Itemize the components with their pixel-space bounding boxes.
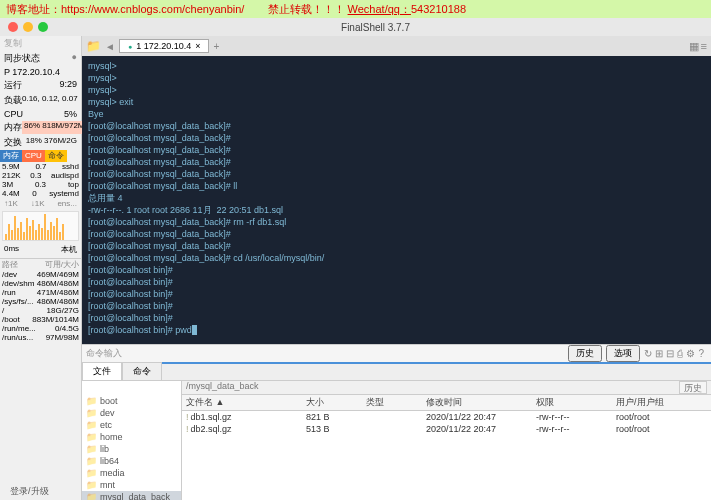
file-row[interactable]: !db1.sql.gz821 B2020/11/22 20:47-rw-r--r… — [182, 411, 711, 423]
panel-tabs: 文件 命令 — [82, 362, 711, 380]
terminal-line: [root@localhost mysql_data_back]# — [88, 168, 705, 180]
tree-item[interactable]: mysql_data_back — [82, 491, 181, 500]
tree-item[interactable]: dev — [82, 407, 181, 419]
toolbar-icons[interactable]: ↻⊞⊟⎙⚙? — [644, 348, 707, 359]
terminal-line: [root@localhost mysql_data_back]# — [88, 240, 705, 252]
fs-row: /dev469M/469M — [0, 270, 81, 279]
process-row: 5.9M0.7sshd — [0, 162, 81, 171]
history-button[interactable]: 历史 — [568, 345, 602, 362]
terminal-line: [root@localhost mysql_data_back]# rm -rf… — [88, 216, 705, 228]
terminal-line: [root@localhost mysql_data_back]# cd /us… — [88, 252, 705, 264]
fs-row: /18G/27G — [0, 306, 81, 315]
sync-status: 同步状态 — [4, 52, 40, 65]
path-bar[interactable]: /mysql_data_back 历史 — [182, 381, 711, 395]
window-title: FinalShell 3.7.7 — [48, 22, 703, 33]
terminal-line: [root@localhost bin]# — [88, 312, 705, 324]
back-icon[interactable]: ◄ — [105, 41, 115, 52]
fs-row: /run/me...0/4.5G — [0, 324, 81, 333]
maximize-icon[interactable] — [38, 22, 48, 32]
tree-item[interactable]: home — [82, 431, 181, 443]
terminal-line: mysql> — [88, 60, 705, 72]
terminal-line: -rw-r--r--. 1 root root 2686 11月 22 20:5… — [88, 204, 705, 216]
terminal-line: [root@localhost bin]# — [88, 300, 705, 312]
terminal-line: [root@localhost mysql_data_back]# — [88, 120, 705, 132]
window-controls[interactable] — [8, 22, 48, 32]
fs-row: /sys/fs/...486M/486M — [0, 297, 81, 306]
list-icon[interactable]: ≡ — [701, 40, 707, 53]
terminal-line: [root@localhost bin]# — [88, 276, 705, 288]
fs-row: /run/us...97M/98M — [0, 333, 81, 342]
tree-item[interactable]: mnt — [82, 479, 181, 491]
path-history-button[interactable]: 历史 — [679, 381, 707, 394]
terminal-line: [root@localhost mysql_data_back]# ll — [88, 180, 705, 192]
terminal-line: Bye — [88, 108, 705, 120]
terminal[interactable]: mysql>mysql>mysql>mysql> exitBye[root@lo… — [82, 56, 711, 344]
stats-sidebar: 复制 同步状态● P 172.20.10.4 运行9:29 负载0.16, 0.… — [0, 36, 82, 500]
tab-commands[interactable]: 命令 — [122, 362, 162, 380]
options-button[interactable]: 选项 — [606, 345, 640, 362]
tree-item[interactable]: lib — [82, 443, 181, 455]
close-tab-icon[interactable]: × — [195, 41, 200, 51]
fs-row: /boot883M/1014M — [0, 315, 81, 324]
session-tab[interactable]: ● 1 172.20.10.4 × — [119, 39, 210, 53]
folder-tree[interactable]: bootdevetchomeliblib64mediamntmysql_data… — [82, 381, 182, 500]
add-tab-icon[interactable]: + — [213, 41, 219, 52]
status-dot-icon: ● — [128, 43, 132, 50]
command-input[interactable]: 命令输入 — [86, 347, 122, 360]
terminal-line: mysql> exit — [88, 96, 705, 108]
minimize-icon[interactable] — [23, 22, 33, 32]
terminal-line: 总用量 4 — [88, 192, 705, 204]
terminal-line: [root@localhost mysql_data_back]# — [88, 156, 705, 168]
terminal-line: [root@localhost mysql_data_back]# — [88, 144, 705, 156]
terminal-line: [root@localhost mysql_data_back]# — [88, 228, 705, 240]
network-graph — [2, 211, 79, 241]
process-row: 4.4M0systemd — [0, 189, 81, 198]
close-icon[interactable] — [8, 22, 18, 32]
tree-item[interactable]: media — [82, 467, 181, 479]
terminal-line: [root@localhost mysql_data_back]# — [88, 132, 705, 144]
login-link[interactable]: 登录/升级 — [10, 485, 49, 498]
process-row: 3M0.3top — [0, 180, 81, 189]
watermark-banner: 博客地址：https://www.cnblogs.com/chenyanbin/… — [0, 0, 711, 18]
tree-item[interactable]: etc — [82, 419, 181, 431]
file-list-header[interactable]: 文件名 ▲ 大小 类型 修改时间 权限 用户/用户组 — [182, 395, 711, 411]
grid-icon[interactable]: ▦ — [689, 40, 699, 53]
session-tabbar: 📁 ◄ ● 1 172.20.10.4 × + ▦ ≡ — [82, 36, 711, 56]
terminal-line: [root@localhost bin]# pwd — [88, 324, 705, 336]
folder-icon[interactable]: 📁 — [86, 39, 101, 53]
tree-item[interactable]: boot — [82, 395, 181, 407]
fs-row: /dev/shm486M/486M — [0, 279, 81, 288]
swap-row: 交换18% 376M/2G — [0, 135, 81, 150]
command-input-bar: 命令输入 历史 选项 ↻⊞⊟⎙⚙? — [82, 344, 711, 362]
tree-item[interactable]: lib64 — [82, 455, 181, 467]
file-row[interactable]: !db2.sql.gz513 B2020/11/22 20:47-rw-r--r… — [182, 423, 711, 435]
tab-files[interactable]: 文件 — [82, 362, 122, 380]
fs-row: /run471M/486M — [0, 288, 81, 297]
terminal-line: mysql> — [88, 84, 705, 96]
stat-tabs[interactable]: 内存 CPU 命令 — [0, 150, 81, 162]
ip-label: P 172.20.10.4 — [4, 67, 60, 77]
mem-row: 内存86% 818M/972M — [0, 120, 81, 135]
terminal-line: mysql> — [88, 72, 705, 84]
window-titlebar: FinalShell 3.7.7 — [0, 18, 711, 36]
terminal-line: [root@localhost bin]# — [88, 264, 705, 276]
terminal-line: [root@localhost bin]# — [88, 288, 705, 300]
process-row: 212K0.3audispd — [0, 171, 81, 180]
copy-label[interactable]: 复制 — [4, 37, 22, 50]
file-list-panel: /mysql_data_back 历史 文件名 ▲ 大小 类型 修改时间 权限 … — [182, 381, 711, 500]
